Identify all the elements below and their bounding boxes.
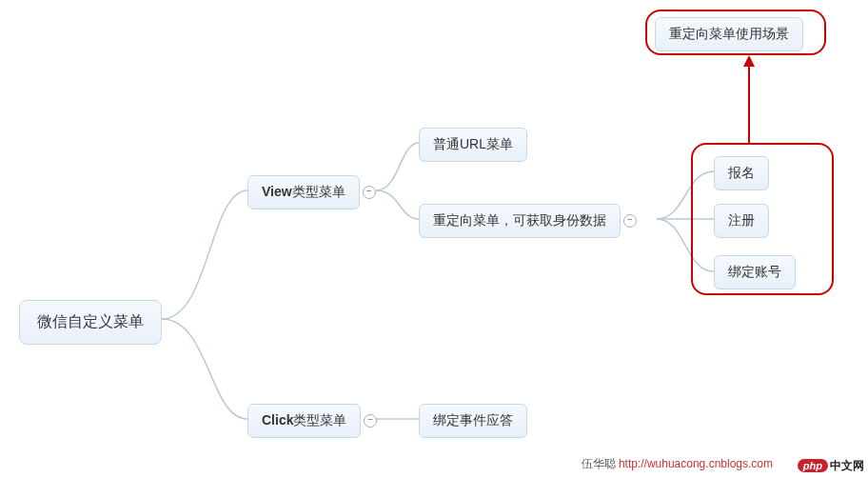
arrow-line <box>748 67 750 143</box>
event-bind-label: 绑定事件应答 <box>433 412 513 428</box>
root-node[interactable]: 微信自定义菜单 <box>19 300 162 345</box>
footer-author: 伍华聪 <box>582 457 616 470</box>
collapse-icon[interactable]: − <box>623 214 637 228</box>
view-type-node[interactable]: View类型菜单 − <box>247 175 360 209</box>
collapse-icon[interactable]: − <box>363 186 376 199</box>
click-prefix: Click <box>262 412 293 428</box>
logo-text: 中文网 <box>830 459 864 472</box>
view-prefix: View <box>262 184 292 199</box>
redirect-label: 重定向菜单，可获取身份数据 <box>433 212 606 228</box>
highlight-callout <box>645 10 826 55</box>
highlight-group <box>691 143 834 295</box>
redirect-node[interactable]: 重定向菜单，可获取身份数据 − <box>419 204 621 238</box>
arrow-head-icon <box>743 55 755 67</box>
php-badge-icon: php <box>798 459 828 472</box>
click-suffix: 类型菜单 <box>293 412 346 428</box>
footer-url: http://wuhuacong.cnblogs.com <box>619 457 773 470</box>
plain-url-label: 普通URL菜单 <box>433 136 513 151</box>
site-logo: php中文网 <box>798 458 864 474</box>
view-suffix: 类型菜单 <box>292 184 345 199</box>
footer-credit: 伍华聪 http://wuhuacong.cnblogs.com <box>582 456 773 472</box>
event-bind-node[interactable]: 绑定事件应答 <box>419 404 527 438</box>
root-label: 微信自定义菜单 <box>37 313 144 329</box>
collapse-icon[interactable]: − <box>364 414 377 428</box>
plain-url-node[interactable]: 普通URL菜单 <box>419 128 527 162</box>
click-type-node[interactable]: Click类型菜单 − <box>247 404 361 438</box>
